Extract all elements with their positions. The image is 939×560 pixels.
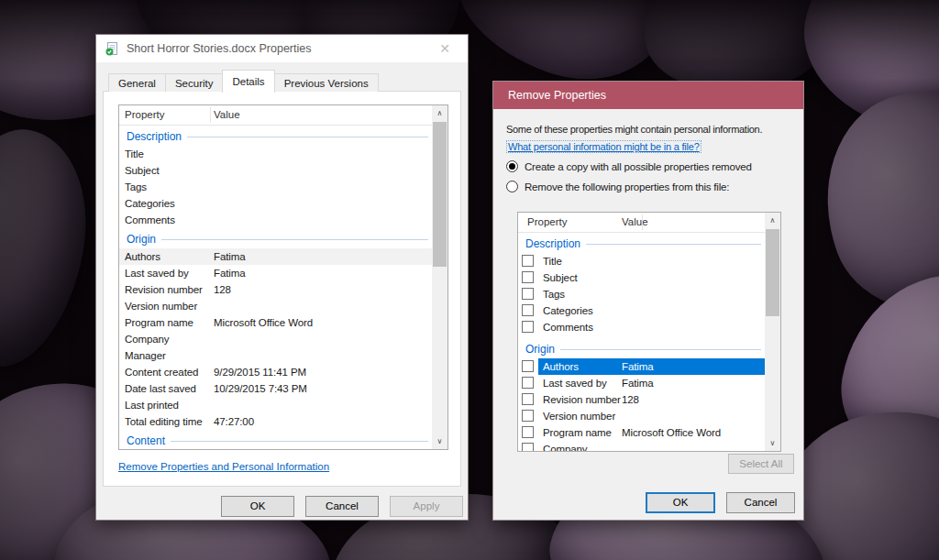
property-row-authors-selected[interactable]: AuthorsFatima [518,358,765,375]
property-row[interactable]: Manager [119,347,432,364]
scrollbar-thumb[interactable] [433,122,447,267]
column-divider [210,107,211,123]
checkbox[interactable] [522,410,534,422]
property-row[interactable]: Total editing time47:27:00 [119,413,432,430]
column-header-value[interactable]: Value [214,109,240,120]
property-row[interactable]: Tags [518,286,765,302]
properties-list: Property Value Description Title Subject… [118,104,448,450]
intro-text: Some of these properties might contain p… [506,124,796,135]
property-row[interactable]: Program nameMicrosoft Office Word [518,424,765,441]
chevron-up-icon[interactable] [765,213,780,228]
column-divider [642,214,643,230]
checkbox[interactable] [522,360,534,372]
scrollbar[interactable] [765,213,780,451]
property-row[interactable]: Content created9/29/2015 11:41 PM [119,364,432,380]
cancel-button[interactable]: Cancel [726,492,795,513]
remove-properties-dialog: Remove Properties Some of these properti… [492,81,804,521]
property-row[interactable]: Subject [119,162,432,179]
cancel-button[interactable]: Cancel [305,496,379,517]
remove-dialog-titlebar: Remove Properties [493,82,803,109]
property-row[interactable]: Company [518,441,765,451]
checkbox[interactable] [522,393,534,405]
checkbox[interactable] [522,321,534,333]
property-row[interactable]: Version number [119,298,432,314]
section-header-description: Description [119,127,432,146]
property-row[interactable]: Company [119,331,432,347]
remove-properties-link[interactable]: Remove Properties and Personal Informati… [118,461,329,472]
list-content: Description Title Subject Tags Categorie… [119,126,432,449]
section-header-origin: Origin [119,230,432,248]
details-tab-page: Property Value Description Title Subject… [103,91,461,487]
file-properties-dialog: Short Horror Stories.docx Properties ✕ G… [95,34,469,521]
radio-button-icon[interactable] [506,160,518,172]
tab-details[interactable]: Details [222,70,274,93]
scrollbar-thumb[interactable] [766,229,779,316]
radio-create-copy[interactable]: Create a copy with all possible properti… [506,160,752,172]
apply-button: Apply [390,496,463,517]
chevron-up-icon[interactable] [432,105,447,121]
section-header-origin: Origin [518,340,765,358]
word-document-icon [105,41,119,56]
scrollbar[interactable] [432,105,447,449]
property-row[interactable]: Last printed [119,397,432,413]
ok-button[interactable]: OK [221,496,294,517]
property-row[interactable]: Title [518,253,765,269]
checkbox[interactable] [522,271,534,283]
section-header-description: Description [518,235,765,253]
chevron-down-icon[interactable] [765,435,780,451]
checkbox[interactable] [522,443,534,451]
property-row[interactable]: Last saved byFatima [518,375,765,391]
property-row[interactable]: Categories [518,302,765,319]
property-row[interactable]: Program nameMicrosoft Office Word [119,314,432,331]
tab-previous-versions[interactable]: Previous Versions [274,73,379,92]
checkbox[interactable] [522,426,534,438]
column-header-property[interactable]: Property [527,216,567,227]
property-row[interactable]: Title [119,146,432,162]
dialog-title: Short Horror Stories.docx Properties [127,42,311,55]
property-row[interactable]: Comments [119,212,432,228]
desktop: Short Horror Stories.docx Properties ✕ G… [0,0,939,560]
checkbox[interactable] [522,377,534,389]
list-header: Property Value [518,213,765,233]
close-icon[interactable]: ✕ [427,35,462,62]
dialog-title: Remove Properties [508,89,606,102]
property-row[interactable]: Tags [119,179,432,195]
tab-security[interactable]: Security [165,73,224,92]
checkbox[interactable] [522,288,534,300]
list-header: Property Value [119,105,432,126]
properties-titlebar: Short Horror Stories.docx Properties ✕ [96,35,468,62]
column-header-value[interactable]: Value [622,216,648,227]
checkbox[interactable] [522,255,534,267]
radio-button-icon[interactable] [506,181,518,192]
property-row[interactable]: Categories [119,195,432,212]
radio-remove-following[interactable]: Remove the following properties from thi… [506,181,729,192]
column-header-property[interactable]: Property [125,109,164,120]
property-row[interactable]: Last saved byFatima [119,265,432,281]
tab-general[interactable]: General [108,73,166,92]
list-content: Description Title Subject Tags Categorie… [518,233,765,451]
removable-properties-list: Property Value Description Title Subject… [517,212,781,452]
tab-strip: General Security Details Previous Versio… [108,70,378,92]
ok-button[interactable]: OK [646,492,715,513]
property-row-authors[interactable]: AuthorsFatima [119,248,432,265]
property-row[interactable]: Date last saved10/29/2015 7:43 PM [119,380,432,397]
checkbox[interactable] [522,304,534,316]
section-header-content: Content [119,432,432,449]
property-row[interactable]: Revision number128 [119,281,432,298]
select-all-button: Select All [728,454,794,474]
property-row[interactable]: Revision number128 [518,391,765,408]
chevron-down-icon[interactable] [432,434,447,449]
personal-info-help-link[interactable]: What personal information might be in a … [506,140,701,153]
property-row[interactable]: Comments [518,319,765,335]
property-row[interactable]: Subject [518,269,765,286]
property-row[interactable]: Version number [518,408,765,424]
